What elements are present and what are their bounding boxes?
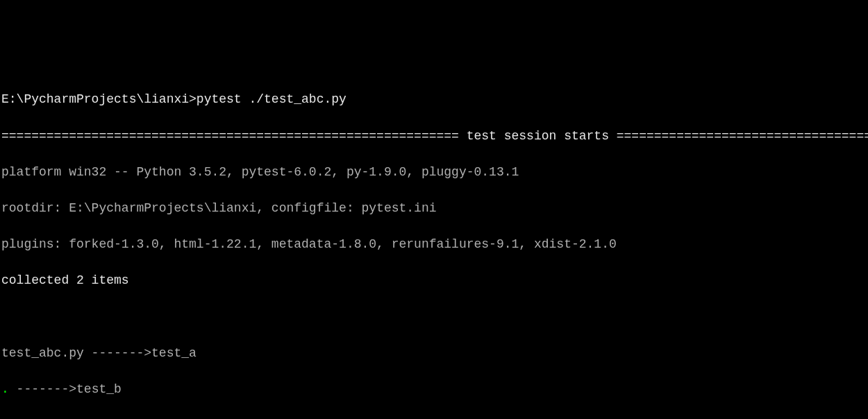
- rootdir-info: rootdir: E:\PycharmProjects\lianxi, conf…: [1, 199, 867, 217]
- plugins-info: plugins: forked-1.3.0, html-1.22.1, meta…: [1, 235, 867, 253]
- pass-dot-icon: .: [1, 382, 9, 396]
- blank-line: [1, 308, 867, 326]
- collected-items: collected 2 items: [1, 271, 867, 289]
- session-separator: ========================================…: [1, 127, 867, 145]
- fail-marker: F: [1, 416, 867, 419]
- platform-info: platform win32 -- Python 3.5.2, pytest-6…: [1, 163, 867, 181]
- test-b-output: ------->test_b: [9, 382, 122, 396]
- test-run-line-2: . ------->test_b: [1, 380, 867, 398]
- command-prompt: E:\PycharmProjects\lianxi>pytest ./test_…: [1, 90, 867, 108]
- terminal-output: E:\PycharmProjects\lianxi>pytest ./test_…: [1, 72, 867, 419]
- test-run-line-1: test_abc.py ------->test_a: [1, 344, 867, 362]
